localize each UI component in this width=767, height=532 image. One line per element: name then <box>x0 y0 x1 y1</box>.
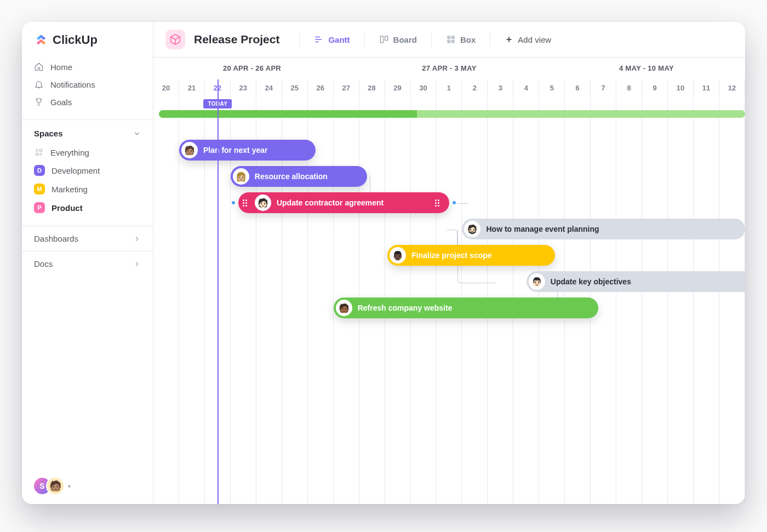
drag-grip-icon[interactable] <box>241 199 249 207</box>
assignee-avatar[interactable]: 👨🏿 <box>390 247 406 264</box>
task-label: How to manage event planning <box>486 225 599 233</box>
topbar: Release Project Gantt Board Box Add view <box>153 22 745 58</box>
cube-icon <box>169 33 181 45</box>
day-cell[interactable]: 2 <box>462 79 488 98</box>
today-line <box>217 79 219 504</box>
gantt-task-bar[interactable]: 🧑🏽Plan for next year <box>179 140 316 161</box>
assignee-avatar[interactable]: 🧔🏻 <box>464 221 480 237</box>
day-cell[interactable]: 21 <box>179 79 205 98</box>
resize-handle[interactable] <box>232 201 235 204</box>
day-cell[interactable]: 5 <box>539 79 565 98</box>
space-everything[interactable]: Everything <box>27 144 147 161</box>
day-cell[interactable]: 1 <box>436 79 462 98</box>
view-tab-gantt[interactable]: Gantt <box>308 31 355 48</box>
task-label: Refresh company website <box>358 304 453 312</box>
drag-grip-icon[interactable] <box>433 199 442 207</box>
space-badge: M <box>34 184 45 195</box>
assignee-avatar[interactable]: 🧑🏻 <box>255 195 271 211</box>
grid-col <box>153 99 179 504</box>
caret-down-icon[interactable]: ▾ <box>68 483 71 489</box>
sidebar-dashboards[interactable]: Dashboards <box>22 226 153 251</box>
day-cell[interactable]: 7 <box>591 79 616 98</box>
spaces-header[interactable]: Spaces <box>27 129 147 144</box>
plus-icon <box>505 35 513 44</box>
chevron-down-icon <box>133 130 141 138</box>
assignee-avatar[interactable]: 👩🏼 <box>233 168 249 185</box>
day-cell[interactable]: 27 <box>334 79 359 98</box>
space-label: Marketing <box>51 185 88 194</box>
resize-handle[interactable] <box>453 201 456 204</box>
space-development[interactable]: D Development <box>27 161 147 180</box>
gantt-task-bar[interactable]: 🧑🏾Refresh company website <box>334 298 599 318</box>
tab-label: Box <box>460 35 476 44</box>
user-avatar-2[interactable]: 🧑🏽 <box>46 477 65 495</box>
day-cell[interactable]: 30 <box>411 79 437 98</box>
task-label: Finalize project scope <box>411 251 491 260</box>
sidebar-docs[interactable]: Docs <box>22 251 153 276</box>
space-badge: P <box>34 202 45 213</box>
space-label: Everything <box>50 148 89 157</box>
task-label: Update contractor agreement <box>277 198 384 207</box>
grid-col <box>668 99 694 504</box>
space-marketing[interactable]: M Marketing <box>27 180 147 198</box>
day-cell[interactable]: 28 <box>359 79 385 98</box>
add-view-label: Add view <box>518 35 551 44</box>
week-label: 27 APR - 3 MAY <box>351 58 548 79</box>
nav-goals[interactable]: Goals <box>27 93 147 111</box>
day-cell[interactable]: 23 <box>231 79 256 98</box>
nav-label: Home <box>50 62 72 72</box>
gantt-task-bar[interactable]: 🧔🏻How to manage event planning <box>462 219 745 239</box>
space-badge: D <box>34 165 45 176</box>
day-cell[interactable]: 9 <box>642 79 668 98</box>
spaces-label: Spaces <box>34 129 63 138</box>
view-tab-box[interactable]: Box <box>440 31 481 48</box>
assignee-avatar[interactable]: 🧑🏾 <box>336 300 352 316</box>
gantt-chart[interactable]: 20 APR - 26 APR27 APR - 3 MAY4 MAY - 10 … <box>153 58 745 504</box>
main: Release Project Gantt Board Box Add view <box>153 22 745 504</box>
assignee-avatar[interactable]: 👨🏻 <box>529 273 545 290</box>
project-icon <box>165 30 185 49</box>
gantt-task-bar[interactable]: 👨🏿Finalize project scope <box>387 245 554 266</box>
gantt-icon <box>314 35 324 44</box>
sidebar: ClickUp Home Notifications Goals Spaces <box>22 22 153 504</box>
assignee-avatar[interactable]: 🧑🏽 <box>181 142 198 158</box>
gantt-task-bar[interactable]: 🧑🏻Update contractor agreement <box>238 192 449 213</box>
gantt-date-header: 20 APR - 26 APR27 APR - 3 MAY4 MAY - 10 … <box>153 58 745 99</box>
progress-fill <box>159 110 417 118</box>
clickup-logo-icon <box>34 33 48 47</box>
gantt-task-bar[interactable]: 👩🏼Resource allocation <box>231 166 367 187</box>
app-window: ClickUp Home Notifications Goals Spaces <box>22 22 745 504</box>
svg-rect-2 <box>447 36 450 39</box>
day-cell[interactable]: 29 <box>385 79 411 98</box>
day-cell[interactable]: 24 <box>256 79 282 98</box>
space-product[interactable]: P Product <box>27 198 147 217</box>
nav-label: Goals <box>50 98 72 107</box>
day-cell[interactable]: 26 <box>308 79 334 98</box>
day-cell[interactable]: 8 <box>616 79 642 98</box>
sidebar-footer: S 🧑🏽 ▾ <box>22 468 153 504</box>
day-cell[interactable]: 25 <box>282 79 308 98</box>
logo[interactable]: ClickUp <box>22 22 153 57</box>
add-view-button[interactable]: Add view <box>499 32 557 48</box>
tab-label: Board <box>393 35 417 44</box>
gantt-task-bar[interactable]: 👨🏻Update key objectives <box>526 271 745 292</box>
svg-rect-4 <box>447 40 450 43</box>
day-cell[interactable]: 6 <box>565 79 591 98</box>
grid-col <box>616 99 642 504</box>
progress-bar <box>159 110 745 118</box>
space-label: Product <box>51 203 83 213</box>
svg-rect-5 <box>451 40 455 43</box>
nav-notifications[interactable]: Notifications <box>27 76 147 93</box>
day-cell[interactable]: 3 <box>488 79 513 98</box>
svg-rect-0 <box>380 36 383 43</box>
day-cell[interactable]: 11 <box>694 79 719 98</box>
week-label: 20 APR - 26 APR <box>153 58 351 79</box>
dependency-line <box>457 203 468 204</box>
view-tab-board[interactable]: Board <box>374 31 422 48</box>
nav-home[interactable]: Home <box>27 58 147 76</box>
day-cell[interactable]: 12 <box>719 79 745 98</box>
chevron-right-icon <box>133 260 141 268</box>
day-cell[interactable]: 20 <box>153 79 179 98</box>
day-cell[interactable]: 4 <box>513 79 539 98</box>
day-cell[interactable]: 10 <box>668 79 694 98</box>
